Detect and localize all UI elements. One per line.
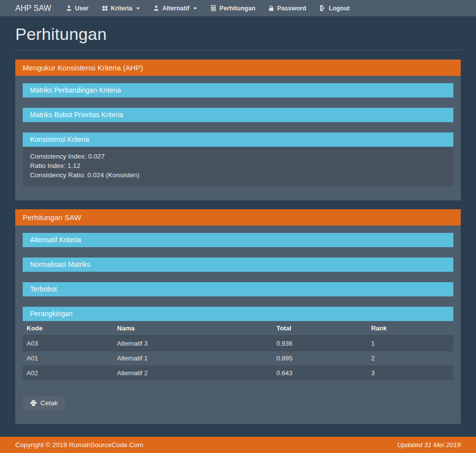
brand[interactable]: AHP SAW	[15, 4, 51, 13]
section-matriks-perbandingan[interactable]: Matriks Perbandingan Kriteria	[23, 83, 453, 97]
nav-item-user[interactable]: User	[66, 5, 89, 12]
cetak-button[interactable]: Cetak	[23, 396, 65, 410]
logout-icon	[319, 5, 326, 11]
user-icon	[66, 5, 72, 11]
panel-saw-body: Alternatif Kriteria Normalisasi Matriks …	[15, 226, 461, 424]
section-normalisasi-matriks[interactable]: Normalisasi Matriks	[23, 258, 453, 272]
nav-item-kriteria[interactable]: Kriteria	[102, 5, 140, 12]
footer-updated: Updated 31 Mei 2019	[397, 441, 461, 449]
panel-ahp-heading: Mengukur Konsistensi Kriteria (AHP)	[15, 60, 461, 76]
cell-nama: Alternatif 3	[113, 336, 272, 351]
nav-item-label: Perhitungan	[219, 5, 255, 12]
footer-copyright: Copyright © 2019 RumahSourceCode.Com	[15, 441, 143, 449]
nav-item-password[interactable]: Password	[269, 5, 306, 12]
konsistensi-body: Consistency Index: 0.027 Ratio Index: 1.…	[23, 147, 453, 187]
cell-total: 0.895	[272, 351, 367, 366]
user-icon	[153, 5, 159, 11]
cell-rank: 2	[367, 351, 453, 366]
navbar: AHP SAW User Kriteria Alternatif Perhitu…	[0, 0, 476, 16]
table-row: A03 Alternatif 3 0.936 1	[23, 336, 453, 351]
panel-saw: Perhitungan SAW Alternatif Kriteria Norm…	[15, 209, 461, 424]
lock-icon	[269, 5, 274, 11]
table-row: A01 Alternatif 1 0.895 2	[23, 351, 453, 366]
printer-icon	[30, 400, 37, 406]
nav-item-label: User	[75, 5, 89, 12]
col-header-kode: Kode	[23, 321, 113, 336]
section-terbobot[interactable]: Terbobot	[23, 282, 453, 296]
panel-ahp: Mengukur Konsistensi Kriteria (AHP) Matr…	[15, 60, 461, 200]
section-matriks-bobot[interactable]: Matriks Bobot Prioritas Kriteria	[23, 108, 453, 122]
nav-item-label: Alternatif	[162, 5, 189, 12]
consistency-index: Consistency Index: 0.027	[30, 152, 446, 161]
cell-rank: 3	[367, 366, 453, 381]
table-row: A02 Alternatif 2 0.643 3	[23, 366, 453, 381]
nav-item-label: Logout	[329, 5, 349, 12]
section-perangkingan-header[interactable]: Perangkingan	[23, 307, 453, 321]
nav-item-perhitungan[interactable]: Perhitungan	[210, 5, 255, 12]
cell-kode: A03	[23, 336, 113, 351]
cell-nama: Alternatif 1	[113, 351, 272, 366]
cell-total: 0.936	[272, 336, 367, 351]
section-alternatif-kriteria[interactable]: Alternatif Kriteria	[23, 233, 453, 247]
table-header-row: Kode Nama Total Rank	[23, 321, 453, 336]
panel-saw-heading: Perhitungan SAW	[15, 209, 461, 226]
footer: Copyright © 2019 RumahSourceCode.Com Upd…	[0, 437, 476, 453]
title-divider	[15, 50, 461, 50]
cell-rank: 1	[367, 336, 453, 351]
consistency-ratio: Consistency Ratio: 0.024 (Konsisten)	[30, 170, 446, 180]
col-header-rank: Rank	[367, 321, 453, 336]
col-header-nama: Nama	[113, 321, 272, 336]
section-perangkingan: Perangkingan Kode Nama Total Rank A03	[23, 307, 453, 380]
page-title: Perhitungan	[15, 25, 461, 44]
nav-item-alternatif[interactable]: Alternatif	[153, 5, 197, 12]
ratio-index: Ratio Index: 1.12	[30, 161, 446, 170]
nav-item-label: Password	[277, 5, 306, 12]
grid-icon	[102, 5, 108, 11]
nav-item-logout[interactable]: Logout	[319, 5, 349, 12]
section-konsistensi-header[interactable]: Konsistensi Kriteria	[23, 132, 453, 147]
cell-kode: A01	[23, 351, 113, 366]
cetak-button-label: Cetak	[40, 399, 58, 407]
chevron-down-icon	[136, 6, 140, 10]
cell-kode: A02	[23, 366, 113, 381]
chevron-down-icon	[193, 6, 197, 10]
main-content: Perhitungan Mengukur Konsistensi Kriteri…	[15, 25, 461, 424]
nav-item-label: Kriteria	[111, 5, 133, 12]
ranking-table: Kode Nama Total Rank A03 Alternatif 3 0.…	[23, 321, 453, 380]
cell-total: 0.643	[272, 366, 367, 381]
panel-ahp-body: Matriks Perbandingan Kriteria Matriks Bo…	[15, 76, 461, 200]
calculator-icon	[210, 5, 216, 11]
col-header-total: Total	[272, 321, 367, 336]
section-konsistensi: Konsistensi Kriteria Consistency Index: …	[23, 132, 453, 187]
cell-nama: Alternatif 2	[113, 366, 272, 381]
